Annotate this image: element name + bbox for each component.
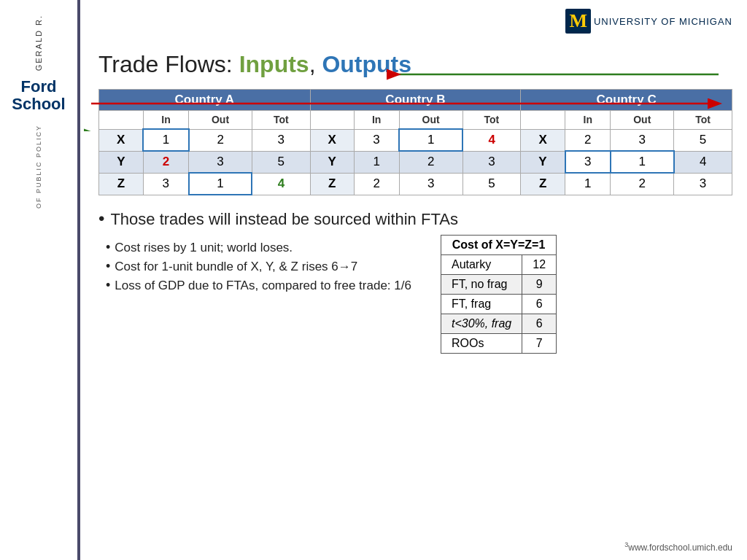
cell-cy-in: 3 <box>565 151 611 173</box>
footer: 3www.fordschool.umich.edu <box>624 541 732 553</box>
col-in-a: In <box>143 111 188 130</box>
trade-table: Country A Country B Country C In Out Tot… <box>98 89 732 195</box>
cell-bz-out: 3 <box>399 173 462 195</box>
cost-label-autarky: Autarky <box>441 255 522 275</box>
cell-cx-in: 2 <box>565 129 611 151</box>
sub-bullet-dot-2: • <box>106 259 110 274</box>
cell-cx-out: 3 <box>611 129 674 151</box>
cost-value-t30: 6 <box>522 314 557 334</box>
row-y-label: Y <box>99 151 144 173</box>
title-prefix: Trade Flows: <box>98 51 239 77</box>
table-row-y: Y 2 3 5 Y 1 2 3 Y 3 1 4 <box>99 151 732 173</box>
col-empty-a <box>99 111 144 130</box>
row-y-label-c: Y <box>521 151 565 173</box>
row-z-label-b: Z <box>310 173 354 195</box>
cell-ax-out: 2 <box>189 129 252 151</box>
sub-bullet-text-2: Cost for 1-unit bundle of X, Y, & Z rise… <box>115 260 357 274</box>
sidebar: GERALD R. FordSchool OF PUBLIC POLICY <box>0 0 80 560</box>
cost-label-roos: ROOs <box>441 334 522 354</box>
cell-az-tot: 4 <box>252 173 310 195</box>
sub-bullet-dot-1: • <box>106 240 110 255</box>
cost-label-t30: t<30%, frag <box>441 314 522 334</box>
cell-az-in: 3 <box>143 173 188 195</box>
sidebar-bottom-text: OF PUBLIC POLICY <box>35 125 42 209</box>
col-empty-c <box>521 111 565 130</box>
col-tot-c: Tot <box>674 111 732 130</box>
cell-cz-tot: 3 <box>674 173 732 195</box>
cost-value-ft-frag: 6 <box>522 295 557 314</box>
cell-cy-tot: 4 <box>674 151 732 173</box>
sub-bullets: • Cost rises by 1 unit; world loses. • C… <box>106 241 411 298</box>
cell-by-in: 1 <box>354 151 399 173</box>
cell-ay-out: 3 <box>189 151 252 173</box>
main-bullet: • Those trades will instead be sourced w… <box>98 210 732 229</box>
cell-ax-tot: 3 <box>252 129 310 151</box>
cell-by-out: 2 <box>399 151 462 173</box>
table-row-x: X 1 2 3 X 3 1 4 X 2 3 5 <box>99 129 732 151</box>
footer-url: www.fordschool.umich.edu <box>628 542 732 553</box>
main-bullet-text: Those trades will instead be sourced wit… <box>110 210 457 229</box>
sub-bullet-1: • Cost rises by 1 unit; world loses. <box>106 241 411 255</box>
title-inputs: Inputs <box>239 51 309 77</box>
cost-table: Cost of X=Y=Z=1 Autarky 12 FT, no frag 9 <box>441 235 557 354</box>
cell-cz-in: 1 <box>565 173 611 195</box>
cost-value-ft-nofrag: 9 <box>522 275 557 295</box>
country-a-header: Country A <box>99 90 311 111</box>
col-empty-b <box>310 111 354 130</box>
cell-az-out: 1 <box>189 173 252 195</box>
cell-ay-tot: 5 <box>252 151 310 173</box>
cell-by-tot: 3 <box>462 151 521 173</box>
main-content: M UNIVERSITY OF MICHIGAN Trade Flows: In… <box>84 0 747 560</box>
slide-title: Trade Flows: Inputs, Outputs <box>98 51 732 78</box>
sub-bullet-2: • Cost for 1-unit bundle of X, Y, & Z ri… <box>106 260 411 274</box>
cell-bx-out: 1 <box>399 129 462 151</box>
row-x-label-b: X <box>310 129 354 151</box>
bullets-section: • Those trades will instead be sourced w… <box>98 210 732 354</box>
lower-section: • Cost rises by 1 unit; world loses. • C… <box>98 235 732 354</box>
ford-school-logo: FordSchool <box>12 78 65 113</box>
title-comma: , <box>309 51 316 77</box>
cell-bx-in: 3 <box>354 129 399 151</box>
cost-label-ft-frag: FT, frag <box>441 295 522 314</box>
sub-bullet-text-3: Loss of GDP due to FTAs, compared to fre… <box>115 279 411 293</box>
row-z-label-c: Z <box>521 173 565 195</box>
col-tot-a: Tot <box>252 111 310 130</box>
row-x-label-c: X <box>521 129 565 151</box>
cost-table-header: Cost of X=Y=Z=1 <box>441 236 556 255</box>
cost-row-autarky: Autarky 12 <box>441 255 556 275</box>
cell-ax-in: 1 <box>143 129 188 151</box>
row-x-label: X <box>99 129 144 151</box>
col-out-b: Out <box>399 111 462 130</box>
cost-row-ft-frag: FT, frag 6 <box>441 295 556 314</box>
cost-row-roos: ROOs 7 <box>441 334 556 354</box>
sub-bullet-dot-3: • <box>106 278 110 293</box>
cell-ay-in: 2 <box>143 151 188 173</box>
title-outputs: Outputs <box>322 51 411 77</box>
sub-bullet-text-1: Cost rises by 1 unit; world loses. <box>115 241 293 255</box>
cost-row-t30: t<30%, frag 6 <box>441 314 556 334</box>
cost-row-ft-nofrag: FT, no frag 9 <box>441 275 556 295</box>
sub-bullet-3: • Loss of GDP due to FTAs, compared to f… <box>106 279 411 293</box>
col-in-c: In <box>565 111 611 130</box>
col-in-b: In <box>354 111 399 130</box>
cell-bz-in: 2 <box>354 173 399 195</box>
trade-table-wrapper: Country A Country B Country C In Out Tot… <box>98 89 732 195</box>
cell-cy-out: 1 <box>611 151 674 173</box>
umich-logo: M UNIVERSITY OF MICHIGAN <box>565 9 732 34</box>
cost-label-ft-nofrag: FT, no frag <box>441 275 522 295</box>
cell-bx-tot: 4 <box>462 129 521 151</box>
cell-bz-tot: 5 <box>462 173 521 195</box>
row-z-label: Z <box>99 173 144 195</box>
cost-value-roos: 7 <box>522 334 557 354</box>
cost-table-container: Cost of X=Y=Z=1 Autarky 12 FT, no frag 9 <box>441 235 557 354</box>
cost-value-autarky: 12 <box>522 255 557 275</box>
umich-m-icon: M <box>565 9 591 34</box>
table-row-z: Z 3 1 4 Z 2 3 5 Z 1 2 3 <box>99 173 732 195</box>
umich-university-text: UNIVERSITY OF MICHIGAN <box>594 16 732 27</box>
country-c-header: Country C <box>521 90 732 111</box>
main-bullet-dot: • <box>98 209 104 229</box>
row-y-label-b: Y <box>310 151 354 173</box>
cell-cz-out: 2 <box>611 173 674 195</box>
country-b-header: Country B <box>310 90 521 111</box>
col-tot-b: Tot <box>462 111 521 130</box>
